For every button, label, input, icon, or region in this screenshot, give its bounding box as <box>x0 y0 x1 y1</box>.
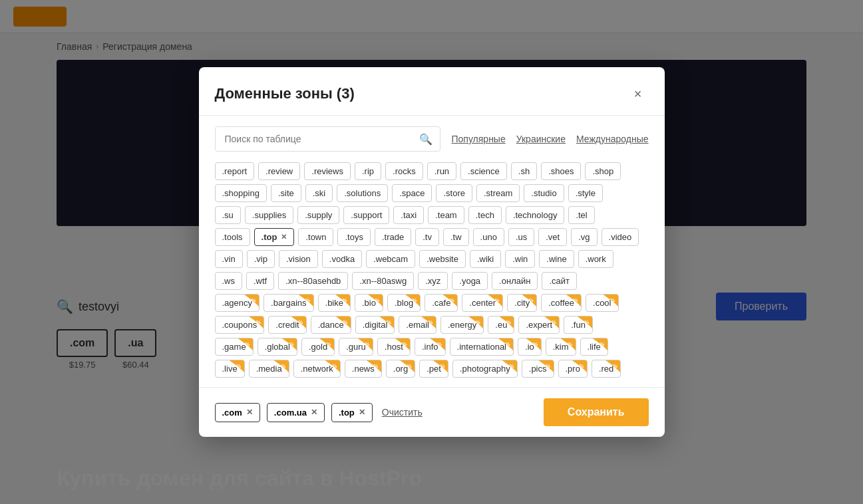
tag-item[interactable]: .tw <box>443 228 469 246</box>
tag-item[interactable]: .онлайн <box>492 272 538 290</box>
tag-item[interactable]: .town <box>298 228 333 246</box>
remove-com-icon[interactable]: ✕ <box>246 408 253 417</box>
tag-item[interactable]: .ski <box>305 184 333 202</box>
remove-top-icon[interactable]: ✕ <box>359 408 365 417</box>
tag-item[interactable]: .sh <box>511 162 537 180</box>
save-button[interactable]: Сохранить <box>544 398 649 426</box>
tag-item[interactable]: .work <box>578 250 613 268</box>
tag-item[interactable]: .trade <box>375 228 411 246</box>
tag-item[interactable]: .su <box>215 206 241 224</box>
tag-item[interactable]: .vet <box>538 228 567 246</box>
tag-item[interactable]: .support <box>343 206 389 224</box>
tag-item[interactable]: .tel <box>568 206 594 224</box>
tag-item[interactable]: .international% <box>450 338 514 356</box>
tag-item[interactable]: .tech <box>468 206 502 224</box>
tag-item[interactable]: .cool% <box>586 294 618 312</box>
tag-item[interactable]: .eu% <box>488 316 514 334</box>
tag-item[interactable]: .bike% <box>318 294 351 312</box>
tag-item[interactable]: .technology <box>506 206 565 224</box>
tag-item[interactable]: .vin <box>215 250 243 268</box>
tag-item[interactable]: .shop <box>585 162 621 180</box>
tag-item[interactable]: .shoes <box>541 162 581 180</box>
tag-item[interactable]: .studio <box>524 184 564 202</box>
tag-item[interactable]: .style <box>568 184 603 202</box>
tag-item[interactable]: .credit% <box>268 316 306 334</box>
tag-item[interactable]: .video <box>602 228 639 246</box>
tag-item[interactable]: .ws <box>215 272 243 290</box>
tag-item[interactable]: .live% <box>215 360 245 378</box>
tag-item[interactable]: .center% <box>462 294 503 312</box>
tag-item[interactable]: .toys <box>337 228 370 246</box>
tag-item[interactable]: .website <box>419 250 466 268</box>
tag-item[interactable]: .сайт <box>542 272 577 290</box>
tag-item[interactable]: .io% <box>518 338 542 356</box>
tag-item[interactable]: .win <box>505 250 535 268</box>
tab-ukrainian[interactable]: Украинские <box>516 134 566 144</box>
modal-overlay[interactable]: Доменные зоны (3) × 🔍 Популярные Украинс… <box>0 0 863 504</box>
tag-item[interactable]: .digital% <box>355 316 395 334</box>
modal-close-button[interactable]: × <box>627 83 649 104</box>
tag-item[interactable]: .top✕ <box>254 228 295 246</box>
tag-item[interactable]: .wiki <box>470 250 501 268</box>
tag-item[interactable]: .space <box>392 184 432 202</box>
tag-item[interactable]: .supply <box>297 206 339 224</box>
selected-tag-comua[interactable]: .com.ua ✕ <box>267 403 325 422</box>
tab-international[interactable]: Международные <box>576 134 649 144</box>
tag-item[interactable]: .news% <box>345 360 382 378</box>
tag-item[interactable]: .org% <box>386 360 415 378</box>
modal-tags-area[interactable]: .report.review.reviews.rip.rocks.run.sci… <box>199 157 665 387</box>
tag-item[interactable]: .shopping <box>215 184 267 202</box>
tag-item[interactable]: .tools <box>215 228 250 246</box>
modal-search-input[interactable] <box>215 126 441 152</box>
tag-item[interactable]: .supplies <box>245 206 293 224</box>
tag-item[interactable]: .rip <box>355 162 381 180</box>
tag-item[interactable]: .report <box>215 162 255 180</box>
tag-item[interactable]: .vip <box>247 250 275 268</box>
tag-item[interactable]: .pet% <box>419 360 448 378</box>
tag-item[interactable]: .bio% <box>355 294 383 312</box>
tag-item[interactable]: .life% <box>580 338 608 356</box>
tag-item[interactable]: .uno <box>473 228 504 246</box>
tag-item[interactable]: .xyz <box>418 272 448 290</box>
tag-item[interactable]: .kim% <box>546 338 576 356</box>
tag-item[interactable]: .city% <box>507 294 537 312</box>
tab-popular[interactable]: Популярные <box>451 134 505 144</box>
tag-item[interactable]: .xn--80aswg <box>352 272 414 290</box>
tag-item[interactable]: .stream <box>476 184 520 202</box>
tag-item[interactable]: .expert% <box>518 316 560 334</box>
tag-item[interactable]: .agency% <box>215 294 260 312</box>
tag-item[interactable]: .pics% <box>522 360 554 378</box>
tag-item[interactable]: .coupons% <box>215 316 265 334</box>
tag-item[interactable]: .wtf <box>246 272 274 290</box>
tag-item[interactable]: .vodka <box>322 250 362 268</box>
tag-item[interactable]: .wine <box>539 250 574 268</box>
selected-tag-com[interactable]: .com ✕ <box>215 403 260 422</box>
tag-item[interactable]: .energy% <box>440 316 484 334</box>
tag-item[interactable]: .review <box>258 162 300 180</box>
tag-item[interactable]: .media% <box>249 360 289 378</box>
tag-item[interactable]: .cafe% <box>425 294 458 312</box>
remove-comua-icon[interactable]: ✕ <box>311 408 317 417</box>
tag-item[interactable]: .blog% <box>387 294 421 312</box>
tag-item[interactable]: .fun% <box>564 316 593 334</box>
tag-item[interactable]: .red% <box>592 360 621 378</box>
tag-item[interactable]: .gold% <box>301 338 335 356</box>
tag-item[interactable]: .coffee% <box>541 294 582 312</box>
tag-item[interactable]: .bargains% <box>263 294 313 312</box>
tag-item[interactable]: .dance% <box>311 316 351 334</box>
tag-item[interactable]: .site <box>271 184 301 202</box>
tag-item[interactable]: .tv <box>415 228 439 246</box>
tag-item[interactable]: .team <box>428 206 464 224</box>
tag-item[interactable]: .us <box>508 228 534 246</box>
tag-item[interactable]: .guru% <box>339 338 373 356</box>
tag-item[interactable]: .solutions <box>337 184 388 202</box>
clear-button[interactable]: Очистить <box>382 407 423 418</box>
tag-remove-icon[interactable]: ✕ <box>281 233 287 241</box>
tag-item[interactable]: .webcam <box>366 250 415 268</box>
tag-item[interactable]: .photography% <box>452 360 518 378</box>
tag-item[interactable]: .vision <box>279 250 318 268</box>
tag-item[interactable]: .science <box>460 162 507 180</box>
tag-item[interactable]: .taxi <box>393 206 424 224</box>
tag-item[interactable]: .yoga <box>452 272 488 290</box>
tag-item[interactable]: .network% <box>293 360 341 378</box>
